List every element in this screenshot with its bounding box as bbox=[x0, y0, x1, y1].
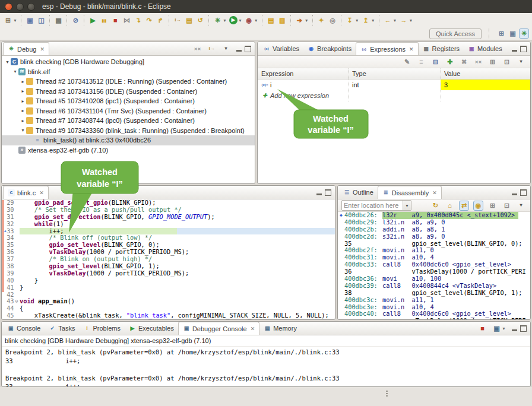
view-menu-button[interactable]: ▾ bbox=[220, 44, 232, 54]
tree-expander-icon[interactable]: ▸ bbox=[20, 99, 26, 104]
expression-row[interactable]: (x)=iint3 bbox=[258, 80, 530, 90]
debug-as-dropdown-icon[interactable]: ▼ bbox=[223, 18, 227, 23]
view-menu-button[interactable]: ▾ bbox=[515, 57, 527, 67]
fold-icon[interactable]: ⊖ bbox=[15, 298, 20, 305]
annotations-button[interactable]: ◎ bbox=[327, 15, 338, 26]
console-tab-problems[interactable]: !Problems bbox=[79, 322, 124, 335]
code-line-40[interactable]: 40 } bbox=[2, 277, 335, 284]
tree-expander-icon[interactable]: ▸ bbox=[20, 79, 26, 84]
debug-tree-row[interactable]: ▸Thread #3 1073413156 (IDLE) (Suspended … bbox=[2, 87, 255, 97]
back-dropdown-icon[interactable]: ▼ bbox=[393, 18, 397, 23]
column-divider[interactable] bbox=[441, 68, 441, 102]
open-resource-button[interactable]: ▥ bbox=[277, 15, 288, 26]
external-tools-button[interactable]: ➔▼ bbox=[294, 15, 310, 26]
back-button[interactable]: ←▼ bbox=[382, 15, 398, 26]
new-wizard-dropdown-icon[interactable]: ▼ bbox=[13, 18, 17, 23]
previous-annotation-button[interactable]: ↥▼ bbox=[360, 15, 376, 26]
new-wizard-button[interactable]: ⊞▼ bbox=[2, 15, 18, 26]
add-expression-button[interactable]: ✚ bbox=[444, 57, 455, 67]
terminate-console-button[interactable]: ■ bbox=[477, 323, 488, 334]
debug-tab-debug[interactable]: ✳Debug✕ bbox=[3, 42, 49, 55]
pin-view-button[interactable]: ⊡ bbox=[501, 201, 512, 211]
resume-button[interactable]: ▶ bbox=[87, 15, 99, 26]
right-tab-variables[interactable]: (x)Variables bbox=[259, 42, 303, 55]
search-button[interactable]: ✦ bbox=[316, 15, 327, 26]
run-as-button[interactable]: ▶▼ bbox=[228, 15, 243, 25]
disassembly-line[interactable]: 400dbc2b:addi.n a8, a8, 1 bbox=[338, 226, 530, 233]
debug-as-button[interactable]: ✳▼ bbox=[212, 15, 228, 26]
debug-tree-row[interactable]: ▸Thread #7 1073408744 (ipc0) (Suspended … bbox=[2, 116, 255, 126]
new-rendering-button[interactable]: ⊞ bbox=[487, 57, 498, 67]
minimize-icon[interactable] bbox=[316, 194, 322, 195]
console-tab-executables[interactable]: ▶Executables bbox=[125, 322, 178, 335]
maximize-icon[interactable] bbox=[520, 325, 527, 332]
code-line-41[interactable]: 41} bbox=[2, 284, 335, 291]
minimize-icon[interactable] bbox=[512, 329, 517, 331]
suspend-button[interactable]: ▮▮ bbox=[99, 15, 110, 26]
new-view-button[interactable]: ⊞ bbox=[487, 201, 498, 211]
home-button[interactable]: ⌂ bbox=[444, 201, 455, 211]
minimize-icon[interactable] bbox=[236, 50, 242, 52]
quick-access-button[interactable]: Quick Access bbox=[429, 28, 482, 39]
cpp-perspective-icon[interactable]: ▣ bbox=[508, 29, 517, 38]
debug-perspective-icon[interactable]: ✳ bbox=[520, 29, 528, 38]
profile-as-button[interactable]: ◉▼ bbox=[243, 15, 259, 26]
sash-handle[interactable] bbox=[386, 391, 388, 398]
debug-tree-row[interactable]: »xtensa-esp32-elf-gdb (7.10) bbox=[2, 145, 255, 156]
restart-button[interactable]: ↺ bbox=[195, 15, 206, 26]
close-icon[interactable]: ✕ bbox=[39, 190, 44, 196]
tree-expander-icon[interactable]: ▸ bbox=[20, 88, 26, 94]
show-type-names-button[interactable]: ✎ bbox=[401, 57, 413, 67]
save-all-button[interactable]: ◫ bbox=[36, 15, 47, 26]
disassembly-line[interactable]: 400dbc2d:s32i.n a8, a9, 0 bbox=[338, 233, 530, 240]
outline-tab-outline[interactable]: ☰Outline bbox=[339, 186, 378, 199]
remove-all-expressions-button[interactable]: ✕✕ bbox=[473, 57, 484, 67]
close-icon[interactable]: ✕ bbox=[432, 190, 437, 196]
column-header-expression[interactable]: Expression bbox=[258, 70, 349, 77]
track-expression-button[interactable]: ◉ bbox=[473, 201, 484, 211]
tree-expander-icon[interactable]: ▾ bbox=[12, 69, 18, 74]
window-maximize-button[interactable] bbox=[27, 3, 35, 11]
minimize-icon[interactable] bbox=[512, 50, 517, 52]
tree-expander-icon[interactable]: ▾ bbox=[4, 59, 11, 65]
remove-expression-button[interactable]: ✖ bbox=[458, 57, 470, 67]
code-line-39[interactable]: 39 vTaskDelay(1000 / portTICK_PERIOD_MS)… bbox=[2, 270, 335, 277]
maximize-icon[interactable] bbox=[245, 46, 251, 52]
window-minimize-button[interactable] bbox=[16, 3, 24, 11]
instruction-pointer-icon[interactable]: ➜ bbox=[4, 228, 7, 235]
console-output[interactable]: Breakpoint 2, blink_task (pvParameter=0x… bbox=[2, 347, 530, 387]
close-icon[interactable]: ✕ bbox=[40, 46, 45, 52]
disassembly-line[interactable]: 400dbc39:call8 0x400844c4 <vTaskDelay> bbox=[338, 283, 530, 290]
debug-tree-row[interactable]: ▸Thread #6 1073431104 (Tmr Svc) (Suspend… bbox=[2, 106, 255, 116]
sync-active-context-button[interactable]: ⇄ bbox=[458, 201, 470, 211]
remove-all-terminated-button[interactable]: ✕✕ bbox=[192, 44, 203, 54]
instruction-stepping-button[interactable]: i→ bbox=[172, 15, 183, 26]
maximize-icon[interactable] bbox=[520, 189, 527, 196]
console-tab-debugger-console[interactable]: ▣Debugger Console✕ bbox=[178, 322, 259, 335]
code-line-43[interactable]: 43⊖void app_main() bbox=[2, 298, 335, 305]
debug-tree-row[interactable]: ▾Thread #9 1073433360 (blink_task : Runn… bbox=[2, 126, 255, 136]
tree-expander-icon[interactable]: ▸ bbox=[20, 108, 26, 113]
outline-tab-disassembly[interactable]: ≣Disassembly✕ bbox=[378, 186, 442, 199]
column-header-value[interactable]: Value bbox=[441, 70, 530, 77]
next-annotation-button[interactable]: ↧▼ bbox=[344, 15, 360, 26]
location-combo[interactable]: Enter location here ▼ bbox=[341, 200, 411, 211]
column-divider[interactable] bbox=[349, 68, 349, 102]
step-return-button[interactable]: ↱ bbox=[155, 15, 166, 26]
disassembly-line[interactable]: 38 gpio_set_level(BLINK_GPIO, 1); bbox=[338, 290, 530, 297]
disassembly-line[interactable]: 400dbc29:l32i.n a8, a9, 0 bbox=[338, 219, 530, 226]
right-tab-breakpoints[interactable]: ◉Breakpoints bbox=[303, 42, 356, 55]
terminate-button[interactable]: ■ bbox=[110, 15, 121, 26]
forward-button[interactable]: →▼ bbox=[398, 15, 414, 26]
window-close-button[interactable] bbox=[5, 3, 12, 11]
display-selected-console-button[interactable]: ▣▼ bbox=[491, 323, 507, 334]
combo-dropdown-icon[interactable]: ▼ bbox=[403, 201, 411, 210]
previous-annotation-dropdown-icon[interactable]: ▼ bbox=[371, 18, 375, 23]
disconnect-button[interactable]: ⋈ bbox=[121, 15, 132, 26]
forward-dropdown-icon[interactable]: ▼ bbox=[409, 18, 413, 23]
build-all-button[interactable]: ▩ bbox=[53, 15, 64, 26]
profile-as-dropdown-icon[interactable]: ▼ bbox=[254, 18, 258, 23]
console-tab-memory[interactable]: ▤Memory bbox=[259, 322, 301, 335]
skip-all-breakpoints-button[interactable]: ⊘ bbox=[70, 15, 81, 26]
right-tab-modules[interactable]: ▣Modules bbox=[464, 42, 506, 55]
